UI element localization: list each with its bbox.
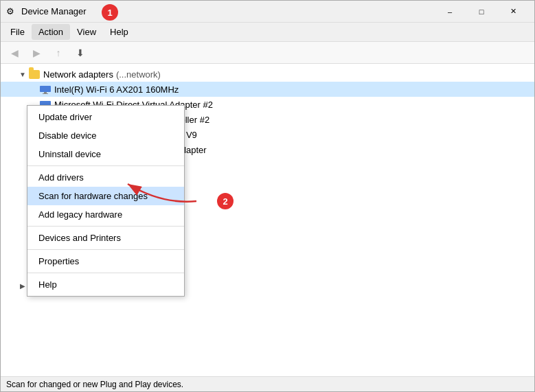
- window-controls: – □ ✕: [434, 1, 529, 23]
- maximize-button[interactable]: □: [466, 1, 497, 23]
- separator-3: [27, 249, 184, 250]
- folder-icon: [28, 68, 41, 80]
- dropdown-scan-hardware[interactable]: Scan for hardware changes: [27, 187, 184, 205]
- menu-help[interactable]: Help: [103, 24, 135, 40]
- status-text: Scan for changed or new Plug and Play de…: [6, 380, 183, 389]
- up-button[interactable]: ↑: [49, 45, 68, 61]
- dropdown-uninstall-device[interactable]: Uninstall device: [27, 145, 184, 163]
- dropdown-properties[interactable]: Properties: [27, 252, 184, 270]
- menu-file[interactable]: File: [3, 24, 32, 40]
- title-bar: ⚙ Device Manager 1 – □ ✕: [1, 1, 534, 23]
- toolbar: ◀ ▶ ↑ ⬇: [1, 42, 534, 64]
- annotation-badge-1: 1: [102, 4, 118, 21]
- menu-view[interactable]: View: [70, 24, 103, 40]
- window-title: Device Manager: [21, 6, 434, 16]
- app-icon: ⚙: [6, 6, 17, 17]
- menu-action[interactable]: Action: [32, 24, 70, 40]
- separator-1: [27, 165, 184, 166]
- tree-item-network-header[interactable]: ▼ Network adapters (...network): [1, 67, 534, 82]
- separator-4: [27, 273, 184, 273]
- svg-rect-2: [43, 93, 48, 94]
- menu-bar: File Action View Help: [1, 23, 534, 42]
- svg-rect-1: [44, 92, 47, 93]
- tree-item-intel-wifi[interactable]: Intel(R) Wi-Fi 6 AX201 160MHz: [1, 82, 534, 97]
- dropdown-add-legacy[interactable]: Add legacy hardware: [27, 205, 184, 224]
- forward-button[interactable]: ▶: [27, 45, 46, 61]
- no-expander: [28, 84, 39, 95]
- separator-2: [27, 226, 184, 227]
- main-window: ⚙ Device Manager 1 – □ ✕ File Action Vie…: [0, 0, 535, 392]
- scan-button[interactable]: ⬇: [71, 45, 90, 61]
- dropdown-update-driver[interactable]: Update driver: [27, 108, 184, 126]
- dropdown-disable-device[interactable]: Disable device: [27, 126, 184, 145]
- minimize-button[interactable]: –: [434, 1, 466, 23]
- content-area: ▼ Network adapters (...network) Intel(R)…: [1, 64, 534, 376]
- expand-icon[interactable]: ▼: [17, 69, 28, 80]
- dropdown-devices-printers[interactable]: Devices and Printers: [27, 229, 184, 247]
- dropdown-add-drivers[interactable]: Add drivers: [27, 168, 184, 187]
- network-icon: [39, 83, 52, 95]
- dropdown-help[interactable]: Help: [27, 275, 184, 294]
- back-button[interactable]: ◀: [5, 45, 24, 61]
- action-dropdown-menu: Update driver Disable device Uninstall d…: [27, 105, 185, 297]
- status-bar: Scan for changed or new Plug and Play de…: [1, 376, 534, 391]
- close-button[interactable]: ✕: [497, 1, 529, 23]
- annotation-badge-2: 2: [217, 193, 234, 209]
- svg-rect-0: [40, 86, 51, 92]
